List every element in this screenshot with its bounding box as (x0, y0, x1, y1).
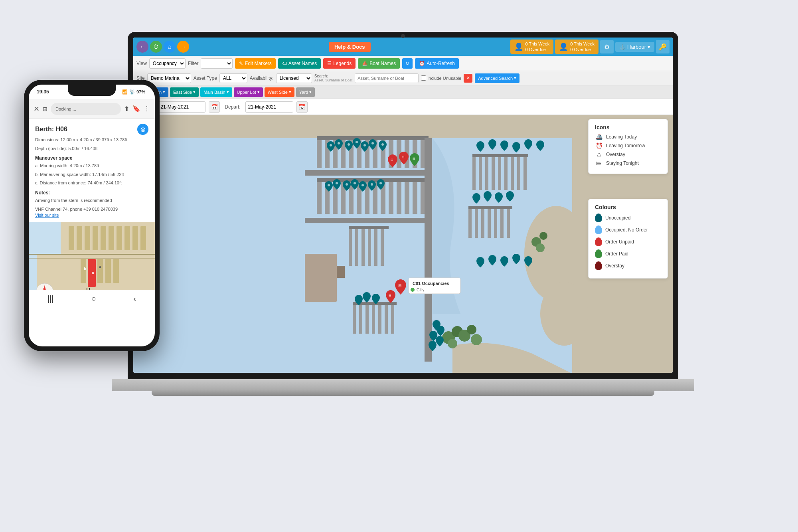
svg-rect-117 (140, 226, 146, 250)
depart-calendar-icon[interactable]: 📅 (296, 101, 308, 113)
laptop-camera (401, 34, 405, 38)
nav-forward-button[interactable]: → (177, 41, 189, 53)
filter-clear-button[interactable]: ✕ (464, 74, 472, 83)
filter-select[interactable] (201, 58, 233, 69)
svg-rect-9 (365, 136, 369, 168)
phone-action-icons: ⬆ 🔖 ⋮ (124, 105, 150, 113)
svg-point-80 (539, 232, 547, 240)
nav-back-button[interactable]: ← (136, 41, 148, 53)
svg-rect-34 (355, 226, 358, 266)
svg-rect-51 (475, 206, 478, 238)
chevron-down-icon-zone2: ▾ (193, 89, 196, 95)
app-topbar: ← ⏱ ⌂ → Help & Docs 👤 0 This Week 0 Over… (133, 38, 673, 56)
svg-rect-43 (492, 154, 495, 190)
nav-home-button[interactable]: ⌂ (164, 41, 176, 53)
share-icon[interactable]: ⬆ (124, 105, 129, 113)
zone-upper-lot-button[interactable]: Upper Lot ▾ (234, 87, 263, 97)
asset-names-button[interactable]: 🏷 Asset Names (278, 58, 321, 69)
arrival-date-input[interactable] (158, 101, 205, 113)
topbar-right: 👤 0 This Week 0 Overdue 👤 0 This Week 0 … (510, 40, 670, 54)
auto-refresh-button[interactable]: ⏰ Auto-Refresh (415, 58, 459, 69)
svg-point-82 (330, 144, 332, 146)
svg-rect-44 (498, 154, 501, 190)
search-group: Search: Asset, Surname or Boat (314, 74, 353, 82)
colour-order-unpaid: Order Unpaid (595, 237, 661, 246)
unoccupied-dot (595, 214, 602, 222)
location-icon[interactable]: ◎ (137, 124, 148, 135)
depart-label: Depart: (225, 104, 240, 110)
refresh-button[interactable]: ↻ (402, 58, 413, 69)
svg-rect-42 (485, 154, 488, 190)
settings-icon-button[interactable]: ⚙ (600, 40, 614, 53)
svg-rect-35 (361, 226, 365, 266)
include-unusable-checkbox[interactable] (421, 75, 426, 81)
svg-rect-120 (97, 259, 103, 283)
more-icon[interactable]: ⋮ (144, 105, 150, 113)
phone-close-button[interactable]: ✕ (34, 105, 40, 113)
phone-back-button[interactable]: ‹ (133, 294, 136, 303)
svg-point-75 (448, 339, 457, 348)
zone-east-side-button[interactable]: East Side ▾ (170, 87, 199, 97)
svg-rect-56 (507, 206, 510, 238)
search-label: Search: (314, 74, 353, 78)
availability-select[interactable]: Licensed (276, 73, 312, 83)
phone-body: 19:35 📶 📡 97% ✕ ⊞ Docking ... ⬆ 🔖 ⋮ (24, 80, 160, 351)
svg-rect-63 (385, 302, 388, 334)
phone-url-bar[interactable]: Docking ... (51, 103, 121, 115)
svg-rect-50 (468, 206, 472, 238)
note1: Arriving from the stern is recommended (35, 197, 148, 204)
svg-rect-38 (381, 226, 384, 266)
legends-button[interactable]: ☰ Legends (323, 58, 356, 69)
svg-point-86 (363, 144, 366, 146)
asset-type-select[interactable]: ALL (219, 73, 247, 83)
svg-rect-49 (472, 154, 528, 157)
include-unusable-label[interactable]: Include Unusable (421, 75, 461, 81)
badge-group-right: 👤 0 This Week 0 Overdue (555, 40, 598, 54)
arrival-calendar-icon[interactable]: 📅 (209, 101, 220, 113)
laptop-screen: ← ⏱ ⌂ → Help & Docs 👤 0 This Week 0 Over… (133, 38, 673, 373)
svg-rect-116 (132, 226, 138, 250)
badge-week-left: 0 This Week (525, 41, 550, 47)
svg-text:⊞: ⊞ (413, 157, 415, 160)
svg-point-92 (328, 184, 330, 186)
bookmark-icon[interactable]: 🔖 (132, 105, 140, 113)
phone-map[interactable]: b c a H N (29, 222, 155, 310)
depart-date-input[interactable] (245, 101, 293, 113)
svg-point-87 (371, 142, 374, 144)
svg-point-94 (346, 183, 348, 186)
svg-rect-60 (365, 302, 369, 334)
phone-content: Berth: H06 ◎ Dimensions: 12.00m x 4.20m … (29, 119, 155, 222)
svg-rect-112 (101, 226, 106, 250)
laptop-device: ← ⏱ ⌂ → Help & Docs 👤 0 This Week 0 Over… (128, 32, 678, 423)
zone-main-basin-button[interactable]: Main Basin ▾ (200, 87, 232, 97)
svg-rect-70 (305, 218, 429, 223)
harbour-dropdown-button[interactable]: ⚓ Harbour ▾ (615, 42, 654, 52)
svg-text:C01 Occupancies: C01 Occupancies (413, 281, 449, 286)
svg-rect-57 (468, 206, 512, 209)
advanced-search-button[interactable]: Advanced Search ▾ (475, 73, 519, 83)
svg-rect-113 (109, 226, 114, 250)
svg-rect-46 (511, 154, 514, 190)
key-icon-button[interactable]: 🔑 (656, 40, 670, 53)
chevron-down-icon: ▾ (648, 44, 650, 50)
badge-group-left: 👤 0 This Week 0 Overdue (510, 40, 554, 54)
zone-west-side-button[interactable]: West Side ▾ (265, 87, 294, 97)
view-select[interactable]: Occupancy (149, 58, 186, 69)
phone-time: 19:35 (37, 89, 49, 95)
availability-label: Availability: (250, 75, 274, 81)
colours-title: Colours (595, 204, 661, 210)
overstay-icon: ⚠ (595, 151, 603, 158)
svg-rect-119 (81, 259, 86, 283)
search-input[interactable] (355, 73, 419, 83)
phone-home-button[interactable]: ○ (91, 294, 96, 303)
nav-history-button[interactable]: ⏱ (150, 41, 162, 53)
zone-yard-button[interactable]: Yard ▾ (296, 87, 315, 97)
boat-names-button[interactable]: ⛵ Boat Names (358, 58, 400, 69)
phone-menu-button[interactable]: ||| (47, 294, 54, 303)
edit-markers-button[interactable]: ✎ Edit Markers (235, 58, 275, 69)
visit-link[interactable]: Visit our site (35, 213, 148, 218)
help-docs-button[interactable]: Help & Docs (329, 42, 371, 52)
legend-overstay: ⚠ Overstay (595, 151, 661, 158)
map-container[interactable]: ⊞ ⊞ ⊞ ⊞ (133, 115, 673, 373)
svg-rect-58 (353, 302, 356, 334)
